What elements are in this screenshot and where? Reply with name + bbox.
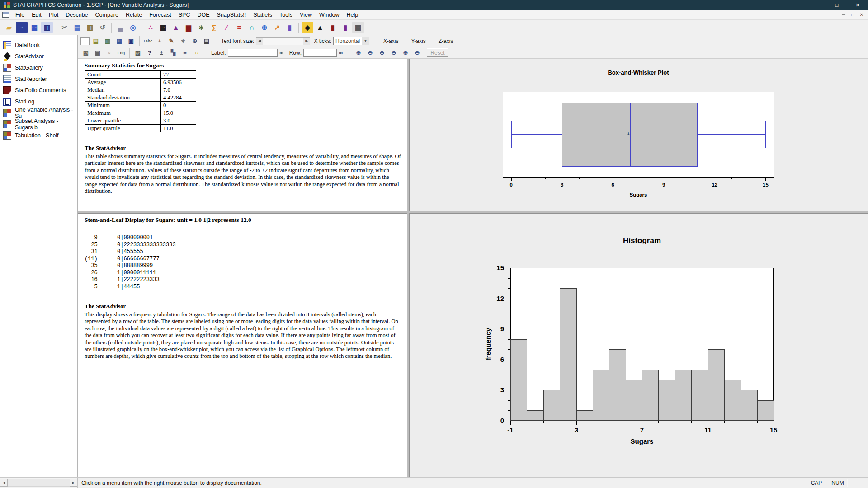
scroll-left-icon[interactable]: ◀ (0, 479, 8, 487)
label-input[interactable] (228, 49, 278, 57)
menu-window[interactable]: Window (316, 10, 343, 20)
tabular-options-icon[interactable]: ▦ (114, 36, 125, 46)
zoom-z-out-icon[interactable]: ⊖ (412, 48, 423, 57)
sidebar-item-one-variable-analysis-su[interactable]: One Variable Analysis - Su (0, 107, 77, 118)
calculator-icon[interactable]: ▦ (352, 22, 364, 33)
zoom-y-out-icon[interactable]: ⊖ (388, 48, 399, 57)
filmstrip-icon[interactable]: ▤ (201, 36, 212, 46)
brush-icon[interactable]: ✎ (166, 36, 177, 46)
compare-means-icon[interactable]: ∗ (195, 22, 207, 33)
log-scale-icon[interactable]: Log (116, 48, 127, 57)
menu-edit[interactable]: Edit (28, 10, 45, 20)
menu-forecast[interactable]: Forecast (146, 10, 175, 20)
menu-file[interactable]: File (12, 10, 28, 20)
menu-spc[interactable]: SPC (175, 10, 194, 20)
menu-compare[interactable]: Compare (92, 10, 122, 20)
menu-describe[interactable]: Describe (62, 10, 91, 20)
align-icon[interactable]: ≡ (179, 48, 190, 57)
font-size-field[interactable] (263, 37, 303, 45)
summary-statistics-icon[interactable]: ▲ (170, 22, 182, 33)
databook-window-icon[interactable]: ▦ (157, 22, 169, 33)
jitter-icon[interactable]: ∗ (178, 36, 189, 46)
scrollbar-track[interactable] (8, 479, 70, 487)
child-window-icon[interactable] (2, 12, 9, 18)
statwizard-icon[interactable]: ▲ (314, 22, 326, 33)
stem-leaf-pane[interactable]: Stem-and-Leaf Display for Sugars: unit =… (78, 213, 407, 477)
menu-view[interactable]: View (296, 10, 316, 20)
sidebar-item-subset-analysis-sugars-b[interactable]: Subset Analysis - Sugars b (0, 118, 77, 130)
hatch-pattern-icon[interactable]: ▨ (132, 48, 143, 57)
move-objects-icon[interactable]: + (154, 36, 165, 46)
graphics-options-icon[interactable]: ▤ (92, 48, 103, 57)
sidebar-scrollbar[interactable]: ◀ ▶ (0, 478, 78, 488)
menu-statlets[interactable]: Statlets (250, 10, 276, 20)
sidebar-item-databook[interactable]: DataBook (0, 39, 77, 51)
menu-tools[interactable]: Tools (276, 10, 296, 20)
tables-options-icon[interactable]: ▥ (102, 36, 113, 46)
menu-doe[interactable]: DOE (193, 10, 213, 20)
distribution-fitting-icon[interactable]: ▆ (183, 22, 194, 33)
sidebar-item-tabulation-shelf[interactable]: Tabulation - Shelf (0, 130, 77, 141)
close-button[interactable]: ✕ (847, 0, 868, 10)
control-charts-icon[interactable]: ≡ (233, 22, 245, 33)
cut-icon[interactable]: ✂ (59, 22, 71, 33)
input-dialog-icon[interactable]: ▤ (90, 36, 101, 46)
font-size-decrease-button[interactable]: ◀ (256, 37, 263, 45)
sidebar-item-statfolio-comments[interactable]: StatFolio Comments (0, 84, 77, 96)
minimize-button[interactable]: ─ (806, 0, 826, 10)
chevron-down-icon[interactable]: ▼ (362, 37, 369, 45)
reset-button[interactable]: Reset (427, 48, 448, 57)
menu-relate[interactable]: Relate (122, 10, 146, 20)
x-ticks-dropdown[interactable]: Horizontal ▼ (333, 37, 369, 45)
statadvisor-tool-icon[interactable]: ◆ (302, 22, 313, 33)
font-size-increase-button[interactable]: ▶ (303, 37, 310, 45)
scroll-right-icon[interactable]: ▶ (70, 479, 77, 487)
save-databook-icon[interactable]: ▥ (41, 22, 53, 33)
statreporter-book-icon[interactable]: ▮ (327, 22, 339, 33)
find-row-icon[interactable]: ∞ (337, 49, 345, 57)
sidebar-item-statadvisor[interactable]: StatAdvisor (0, 51, 77, 62)
find-label-icon[interactable]: ∞ (278, 49, 286, 57)
barchart-window-icon[interactable]: ▮ (284, 22, 296, 33)
mdi-restore-button[interactable]: □ (848, 11, 857, 19)
z-axis-button[interactable]: Z-axis (439, 38, 453, 44)
box-whisker-pane[interactable]: Box-and-Whisker Plot+03691215Sugars (409, 59, 868, 211)
sidebar-item-statreporter[interactable]: StatReporter (0, 73, 77, 84)
mdi-minimize-button[interactable]: ─ (839, 11, 848, 19)
menu-help[interactable]: Help (343, 10, 362, 20)
summary-statistics-pane[interactable]: Summary Statistics for Sugars Count77Ave… (78, 59, 407, 211)
menu-snapstats[interactable]: SnapStats!! (213, 10, 250, 20)
analysis-options-icon[interactable]: ▧ (80, 48, 91, 57)
statpublish-book-icon[interactable]: ▮ (340, 22, 351, 33)
zoom-y-in-icon[interactable]: ⊕ (377, 48, 387, 57)
print-preview-icon[interactable]: ◎ (127, 22, 139, 33)
density-curves-icon[interactable]: ∩ (246, 22, 258, 33)
regression-icon[interactable]: ∕ (221, 22, 232, 33)
add-object-icon[interactable]: ▚ (168, 48, 179, 57)
hint-bulb-icon[interactable]: ○ (191, 48, 202, 57)
maximize-button[interactable]: □ (826, 0, 847, 10)
y-axis-button[interactable]: Y-axis (411, 38, 425, 44)
zoom-in-icon[interactable]: ⊕ (189, 36, 200, 46)
mdi-close-button[interactable]: ✕ (857, 11, 866, 19)
undo-icon[interactable]: ↺ (97, 22, 108, 33)
copy-icon[interactable]: ▤ (71, 22, 83, 33)
save-statfolio-icon[interactable]: ▫ (16, 22, 28, 33)
zoom-x-out-icon[interactable]: ⊖ (365, 48, 376, 57)
menu-plot[interactable]: Plot (45, 10, 62, 20)
save-results-icon[interactable]: ▣ (126, 36, 137, 46)
zoom-x-in-icon[interactable]: ⊕ (353, 48, 364, 57)
what-if-icon[interactable]: ? (144, 48, 155, 57)
blank-page-icon[interactable] (80, 37, 90, 45)
forecast-trend-icon[interactable]: ↗ (271, 22, 283, 33)
databook-icon[interactable]: ▦ (28, 22, 40, 33)
scatterplot-icon[interactable]: ∴ (145, 22, 156, 33)
sum-functions-icon[interactable]: ∑ (208, 22, 220, 33)
surface-plot-icon[interactable]: ⊕ (259, 22, 270, 33)
dotted-frame-icon[interactable]: ▫ (104, 48, 115, 57)
row-input[interactable] (303, 49, 337, 57)
paste-icon[interactable]: ▥ (84, 22, 96, 33)
print-icon[interactable]: ▄ (114, 22, 126, 33)
sidebar-item-statlog[interactable]: StatLog (0, 96, 77, 107)
plus-minus-icon[interactable]: ± (156, 48, 167, 57)
